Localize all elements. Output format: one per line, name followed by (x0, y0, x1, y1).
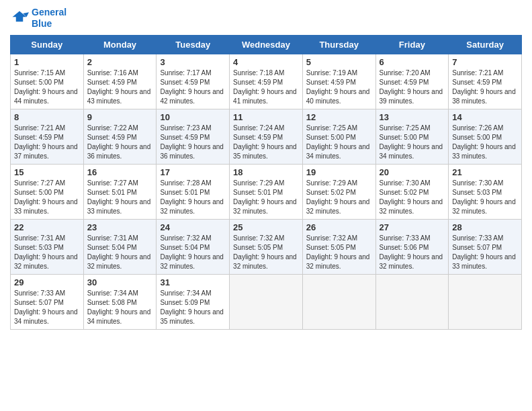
calendar-week-row: 22 Sunrise: 7:31 AM Sunset: 5:03 PM Dayl… (11, 219, 522, 274)
sunset-label: Sunset: 5:00 PM (14, 189, 64, 196)
day-number: 26 (306, 222, 372, 232)
daylight-label: Daylight: 9 hours and 41 minutes. (233, 88, 297, 105)
sunset-label: Sunset: 4:59 PM (452, 79, 502, 86)
weekday-header: Monday (83, 35, 157, 54)
sunrise-label: Sunrise: 7:19 AM (306, 69, 357, 77)
daylight-label: Daylight: 9 hours and 32 minutes. (233, 198, 297, 215)
day-number: 6 (380, 57, 445, 67)
day-number: 21 (452, 167, 518, 177)
calendar-cell: 29 Sunrise: 7:33 AM Sunset: 5:07 PM Dayl… (11, 274, 84, 329)
calendar-cell (449, 274, 522, 329)
calendar-cell: 27 Sunrise: 7:33 AM Sunset: 5:06 PM Dayl… (375, 219, 449, 274)
sunrise-label: Sunrise: 7:28 AM (160, 179, 211, 187)
weekday-header: Sunday (11, 35, 84, 54)
calendar-table: SundayMondayTuesdayWednesdayThursdayFrid… (10, 35, 522, 330)
day-info: Sunrise: 7:20 AM Sunset: 4:59 PM Dayligh… (380, 68, 445, 106)
sunset-label: Sunset: 4:59 PM (233, 134, 283, 141)
sunrise-label: Sunrise: 7:32 AM (306, 234, 357, 242)
daylight-label: Daylight: 9 hours and 34 minutes. (306, 143, 370, 160)
day-info: Sunrise: 7:31 AM Sunset: 5:03 PM Dayligh… (14, 234, 80, 271)
daylight-label: Daylight: 9 hours and 32 minutes. (233, 253, 297, 270)
day-number: 24 (160, 222, 226, 232)
sunrise-label: Sunrise: 7:27 AM (14, 179, 65, 187)
sunrise-label: Sunrise: 7:32 AM (160, 234, 211, 242)
day-info: Sunrise: 7:31 AM Sunset: 5:04 PM Dayligh… (87, 234, 153, 271)
sunset-label: Sunset: 4:59 PM (160, 134, 210, 141)
calendar-cell: 2 Sunrise: 7:16 AM Sunset: 4:59 PM Dayli… (83, 54, 157, 109)
sunrise-label: Sunrise: 7:25 AM (380, 124, 431, 132)
day-info: Sunrise: 7:25 AM Sunset: 5:00 PM Dayligh… (380, 124, 445, 161)
sunset-label: Sunset: 5:00 PM (452, 134, 502, 141)
sunrise-label: Sunrise: 7:32 AM (233, 234, 284, 242)
sunrise-label: Sunrise: 7:31 AM (87, 234, 138, 242)
daylight-label: Daylight: 9 hours and 34 minutes. (87, 308, 151, 325)
day-number: 18 (233, 167, 299, 177)
day-info: Sunrise: 7:33 AM Sunset: 5:07 PM Dayligh… (452, 234, 518, 271)
day-number: 27 (380, 222, 445, 232)
sunset-label: Sunset: 5:05 PM (233, 244, 283, 251)
sunrise-label: Sunrise: 7:18 AM (233, 69, 284, 77)
sunrise-label: Sunrise: 7:34 AM (160, 289, 211, 297)
day-number: 16 (87, 167, 153, 177)
daylight-label: Daylight: 9 hours and 35 minutes. (160, 308, 224, 325)
sunrise-label: Sunrise: 7:29 AM (233, 179, 284, 187)
calendar-cell: 7 Sunrise: 7:21 AM Sunset: 4:59 PM Dayli… (449, 54, 522, 109)
daylight-label: Daylight: 9 hours and 32 minutes. (160, 198, 224, 215)
day-number: 8 (14, 112, 80, 122)
day-info: Sunrise: 7:15 AM Sunset: 5:00 PM Dayligh… (14, 68, 80, 106)
calendar-cell: 3 Sunrise: 7:17 AM Sunset: 4:59 PM Dayli… (157, 54, 230, 109)
calendar-cell (230, 274, 303, 329)
calendar-cell: 11 Sunrise: 7:24 AM Sunset: 4:59 PM Dayl… (230, 109, 303, 164)
day-number: 12 (306, 112, 372, 122)
day-info: Sunrise: 7:19 AM Sunset: 4:59 PM Dayligh… (306, 68, 372, 106)
sunset-label: Sunset: 5:01 PM (233, 189, 283, 196)
day-number: 23 (87, 222, 153, 232)
sunset-label: Sunset: 5:04 PM (87, 244, 137, 251)
day-info: Sunrise: 7:28 AM Sunset: 5:01 PM Dayligh… (160, 179, 226, 216)
day-number: 31 (160, 277, 226, 287)
sunrise-label: Sunrise: 7:23 AM (160, 124, 211, 132)
day-number: 25 (233, 222, 299, 232)
daylight-label: Daylight: 9 hours and 43 minutes. (87, 88, 151, 105)
calendar-cell: 17 Sunrise: 7:28 AM Sunset: 5:01 PM Dayl… (157, 164, 230, 219)
day-info: Sunrise: 7:26 AM Sunset: 5:00 PM Dayligh… (452, 124, 518, 161)
sunset-label: Sunset: 5:08 PM (87, 299, 137, 306)
daylight-label: Daylight: 9 hours and 32 minutes. (160, 253, 224, 270)
calendar-cell: 25 Sunrise: 7:32 AM Sunset: 5:05 PM Dayl… (230, 219, 303, 274)
day-number: 19 (306, 167, 372, 177)
daylight-label: Daylight: 9 hours and 32 minutes. (452, 198, 516, 215)
sunset-label: Sunset: 5:00 PM (380, 134, 429, 141)
calendar-cell: 19 Sunrise: 7:29 AM Sunset: 5:02 PM Dayl… (302, 164, 375, 219)
day-info: Sunrise: 7:29 AM Sunset: 5:01 PM Dayligh… (233, 179, 299, 216)
day-number: 17 (160, 167, 226, 177)
sunset-label: Sunset: 4:59 PM (233, 79, 283, 86)
day-info: Sunrise: 7:33 AM Sunset: 5:07 PM Dayligh… (14, 289, 80, 326)
sunset-label: Sunset: 4:59 PM (160, 79, 210, 86)
daylight-label: Daylight: 9 hours and 33 minutes. (87, 198, 151, 215)
day-info: Sunrise: 7:18 AM Sunset: 4:59 PM Dayligh… (233, 68, 299, 106)
day-number: 10 (160, 112, 226, 122)
page-header: General Blue (10, 7, 522, 30)
day-info: Sunrise: 7:30 AM Sunset: 5:03 PM Dayligh… (452, 179, 518, 216)
day-info: Sunrise: 7:17 AM Sunset: 4:59 PM Dayligh… (160, 68, 226, 106)
calendar-cell: 13 Sunrise: 7:25 AM Sunset: 5:00 PM Dayl… (375, 109, 449, 164)
calendar-cell: 20 Sunrise: 7:30 AM Sunset: 5:02 PM Dayl… (375, 164, 449, 219)
sunrise-label: Sunrise: 7:33 AM (452, 234, 503, 242)
day-number: 5 (306, 57, 372, 67)
day-info: Sunrise: 7:32 AM Sunset: 5:05 PM Dayligh… (233, 234, 299, 271)
day-info: Sunrise: 7:33 AM Sunset: 5:06 PM Dayligh… (380, 234, 445, 271)
day-info: Sunrise: 7:27 AM Sunset: 5:01 PM Dayligh… (87, 179, 153, 216)
calendar-cell: 1 Sunrise: 7:15 AM Sunset: 5:00 PM Dayli… (11, 54, 84, 109)
day-info: Sunrise: 7:25 AM Sunset: 5:00 PM Dayligh… (306, 124, 372, 161)
day-number: 30 (87, 277, 153, 287)
sunrise-label: Sunrise: 7:33 AM (14, 289, 65, 297)
day-number: 20 (380, 167, 445, 177)
daylight-label: Daylight: 9 hours and 44 minutes. (14, 88, 78, 105)
calendar-cell: 6 Sunrise: 7:20 AM Sunset: 4:59 PM Dayli… (375, 54, 449, 109)
calendar-cell: 8 Sunrise: 7:21 AM Sunset: 4:59 PM Dayli… (11, 109, 84, 164)
daylight-label: Daylight: 9 hours and 34 minutes. (380, 143, 443, 160)
day-info: Sunrise: 7:29 AM Sunset: 5:02 PM Dayligh… (306, 179, 372, 216)
sunset-label: Sunset: 5:07 PM (452, 244, 502, 251)
calendar-cell: 31 Sunrise: 7:34 AM Sunset: 5:09 PM Dayl… (157, 274, 230, 329)
logo-text: General Blue (32, 7, 66, 30)
